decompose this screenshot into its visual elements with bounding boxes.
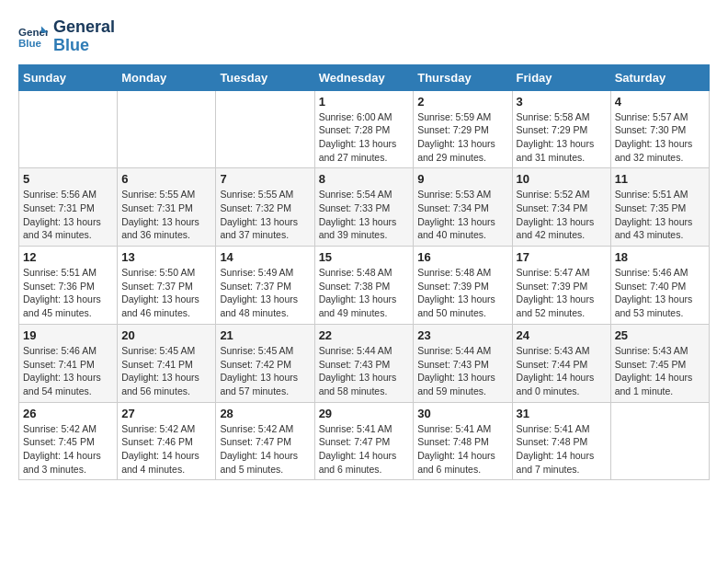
calendar-cell — [610, 402, 709, 480]
calendar-cell: 2Sunrise: 5:59 AMSunset: 7:29 PMDaylight… — [414, 90, 512, 168]
day-info: Sunrise: 5:48 AMSunset: 7:38 PMDaylight:… — [319, 266, 410, 320]
day-info: Sunrise: 5:50 AMSunset: 7:37 PMDaylight:… — [121, 266, 211, 320]
day-number: 26 — [23, 407, 113, 420]
calendar-cell: 28Sunrise: 5:42 AMSunset: 7:47 PMDayligh… — [216, 402, 314, 480]
day-number: 21 — [220, 328, 310, 342]
calendar-cell: 23Sunrise: 5:44 AMSunset: 7:43 PMDayligh… — [414, 324, 512, 402]
day-info: Sunrise: 5:42 AMSunset: 7:46 PMDaylight:… — [121, 422, 211, 477]
calendar-table: SundayMondayTuesdayWednesdayThursdayFrid… — [18, 64, 710, 481]
day-number: 15 — [319, 250, 410, 264]
day-info: Sunrise: 5:51 AMSunset: 7:36 PMDaylight:… — [23, 266, 113, 320]
calendar-cell — [118, 90, 216, 168]
day-number: 2 — [417, 95, 507, 109]
day-of-week-header: Friday — [512, 64, 610, 90]
day-info: Sunrise: 5:56 AMSunset: 7:31 PMDaylight:… — [23, 188, 113, 242]
calendar-cell: 15Sunrise: 5:48 AMSunset: 7:38 PMDayligh… — [314, 247, 414, 325]
day-number: 3 — [517, 95, 607, 109]
day-number: 4 — [615, 95, 705, 109]
calendar-cell — [216, 90, 314, 168]
calendar-cell: 14Sunrise: 5:49 AMSunset: 7:37 PMDayligh… — [216, 247, 314, 325]
day-number: 11 — [615, 172, 705, 186]
calendar-cell: 18Sunrise: 5:46 AMSunset: 7:40 PMDayligh… — [610, 247, 709, 325]
svg-text:Blue: Blue — [18, 37, 42, 48]
day-info: Sunrise: 5:54 AMSunset: 7:33 PMDaylight:… — [319, 188, 410, 242]
calendar-cell: 5Sunrise: 5:56 AMSunset: 7:31 PMDaylight… — [19, 168, 118, 247]
calendar-cell: 6Sunrise: 5:55 AMSunset: 7:31 PMDaylight… — [118, 168, 216, 247]
day-number: 29 — [319, 407, 410, 420]
day-number: 14 — [220, 250, 310, 264]
day-number: 12 — [23, 250, 113, 264]
day-info: Sunrise: 5:42 AMSunset: 7:47 PMDaylight:… — [220, 422, 310, 477]
day-of-week-header: Tuesday — [216, 64, 314, 90]
day-number: 8 — [319, 172, 410, 186]
day-number: 1 — [319, 95, 410, 109]
day-info: Sunrise: 5:42 AMSunset: 7:45 PMDaylight:… — [23, 422, 113, 477]
calendar-cell: 13Sunrise: 5:50 AMSunset: 7:37 PMDayligh… — [118, 247, 216, 325]
day-number: 6 — [121, 172, 211, 186]
calendar-cell: 21Sunrise: 5:45 AMSunset: 7:42 PMDayligh… — [216, 324, 314, 402]
day-number: 31 — [517, 407, 607, 420]
calendar-cell: 3Sunrise: 5:58 AMSunset: 7:29 PMDaylight… — [512, 90, 610, 168]
calendar-cell: 7Sunrise: 5:55 AMSunset: 7:32 PMDaylight… — [216, 168, 314, 247]
day-number: 19 — [23, 328, 113, 342]
calendar-cell: 24Sunrise: 5:43 AMSunset: 7:44 PMDayligh… — [512, 324, 610, 402]
day-info: Sunrise: 5:41 AMSunset: 7:48 PMDaylight:… — [517, 422, 607, 477]
day-info: Sunrise: 5:41 AMSunset: 7:47 PMDaylight:… — [319, 422, 410, 477]
day-number: 24 — [517, 328, 607, 342]
day-number: 5 — [23, 172, 113, 186]
day-info: Sunrise: 5:45 AMSunset: 7:41 PMDaylight:… — [121, 344, 211, 398]
day-number: 9 — [417, 172, 507, 186]
day-info: Sunrise: 5:46 AMSunset: 7:41 PMDaylight:… — [23, 344, 113, 398]
calendar-cell: 10Sunrise: 5:52 AMSunset: 7:34 PMDayligh… — [512, 168, 610, 247]
day-number: 22 — [319, 328, 410, 342]
calendar-cell: 22Sunrise: 5:44 AMSunset: 7:43 PMDayligh… — [314, 324, 414, 402]
day-number: 10 — [517, 172, 607, 186]
page-header: General Blue General Blue — [18, 18, 710, 55]
day-number: 13 — [121, 250, 211, 264]
logo-text-general: General — [53, 18, 115, 37]
calendar-cell: 26Sunrise: 5:42 AMSunset: 7:45 PMDayligh… — [19, 402, 118, 480]
calendar-cell: 30Sunrise: 5:41 AMSunset: 7:48 PMDayligh… — [414, 402, 512, 480]
day-info: Sunrise: 5:45 AMSunset: 7:42 PMDaylight:… — [220, 344, 310, 398]
calendar-cell: 20Sunrise: 5:45 AMSunset: 7:41 PMDayligh… — [118, 324, 216, 402]
day-of-week-header: Wednesday — [314, 64, 414, 90]
day-of-week-header: Sunday — [19, 64, 118, 90]
day-number: 16 — [417, 250, 507, 264]
calendar-cell: 25Sunrise: 5:43 AMSunset: 7:45 PMDayligh… — [610, 324, 709, 402]
logo-text-blue: Blue — [53, 37, 115, 55]
day-of-week-header: Monday — [118, 64, 216, 90]
day-info: Sunrise: 5:55 AMSunset: 7:31 PMDaylight:… — [121, 188, 211, 242]
day-info: Sunrise: 5:41 AMSunset: 7:48 PMDaylight:… — [417, 422, 507, 477]
day-number: 27 — [121, 407, 211, 420]
day-info: Sunrise: 5:59 AMSunset: 7:29 PMDaylight:… — [417, 110, 507, 165]
day-number: 18 — [615, 250, 705, 264]
calendar-cell: 12Sunrise: 5:51 AMSunset: 7:36 PMDayligh… — [19, 247, 118, 325]
day-number: 20 — [121, 328, 211, 342]
calendar-cell: 11Sunrise: 5:51 AMSunset: 7:35 PMDayligh… — [610, 168, 709, 247]
day-info: Sunrise: 6:00 AMSunset: 7:28 PMDaylight:… — [319, 110, 410, 165]
logo: General Blue General Blue — [18, 18, 115, 55]
day-info: Sunrise: 5:51 AMSunset: 7:35 PMDaylight:… — [615, 188, 705, 242]
calendar-cell: 9Sunrise: 5:53 AMSunset: 7:34 PMDaylight… — [414, 168, 512, 247]
day-of-week-header: Thursday — [414, 64, 512, 90]
day-info: Sunrise: 5:49 AMSunset: 7:37 PMDaylight:… — [220, 266, 310, 320]
day-info: Sunrise: 5:58 AMSunset: 7:29 PMDaylight:… — [517, 110, 607, 165]
calendar-cell: 16Sunrise: 5:48 AMSunset: 7:39 PMDayligh… — [414, 247, 512, 325]
day-info: Sunrise: 5:44 AMSunset: 7:43 PMDaylight:… — [319, 344, 410, 398]
day-number: 17 — [517, 250, 607, 264]
day-number: 30 — [417, 407, 507, 420]
day-info: Sunrise: 5:43 AMSunset: 7:45 PMDaylight:… — [615, 344, 705, 398]
day-number: 7 — [220, 172, 310, 186]
calendar-cell: 4Sunrise: 5:57 AMSunset: 7:30 PMDaylight… — [610, 90, 709, 168]
calendar-cell — [19, 90, 118, 168]
calendar-cell: 19Sunrise: 5:46 AMSunset: 7:41 PMDayligh… — [19, 324, 118, 402]
calendar-cell: 1Sunrise: 6:00 AMSunset: 7:28 PMDaylight… — [314, 90, 414, 168]
day-info: Sunrise: 5:47 AMSunset: 7:39 PMDaylight:… — [517, 266, 607, 320]
calendar-cell: 27Sunrise: 5:42 AMSunset: 7:46 PMDayligh… — [118, 402, 216, 480]
day-info: Sunrise: 5:43 AMSunset: 7:44 PMDaylight:… — [517, 344, 607, 398]
calendar-header: SundayMondayTuesdayWednesdayThursdayFrid… — [19, 64, 710, 90]
day-number: 23 — [417, 328, 507, 342]
calendar-cell: 29Sunrise: 5:41 AMSunset: 7:47 PMDayligh… — [314, 402, 414, 480]
logo-icon: General Blue — [18, 24, 48, 50]
calendar-cell: 8Sunrise: 5:54 AMSunset: 7:33 PMDaylight… — [314, 168, 414, 247]
